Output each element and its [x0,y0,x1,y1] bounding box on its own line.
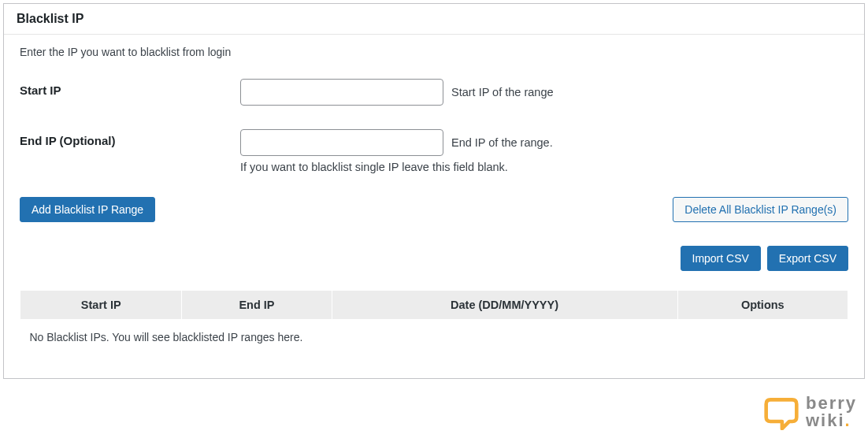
blacklist-ip-panel: Blacklist IP Enter the IP you want to bl… [3,3,865,379]
end-ip-sub-hint: If you want to blacklist single IP leave… [240,161,848,173]
panel-body: Enter the IP you want to blacklist from … [4,35,864,378]
delete-all-button[interactable]: Delete All Blacklist IP Range(s) [673,197,848,222]
end-ip-input[interactable] [240,129,443,156]
col-options: Options [677,291,848,320]
table-header-row: Start IP End IP Date (DD/MM/YYYY) Option… [20,291,848,320]
start-ip-field-wrapper: Start IP of the range [240,79,848,106]
panel-title: Blacklist IP [17,12,851,26]
end-ip-hint: End IP of the range. [451,136,553,149]
export-csv-button[interactable]: Export CSV [767,246,848,271]
start-ip-input[interactable] [240,79,443,106]
add-blacklist-button[interactable]: Add Blacklist IP Range [20,197,155,222]
end-ip-field-wrapper: End IP of the range. If you want to blac… [240,129,848,173]
table-empty-row: No Blacklist IPs. You will see blacklist… [20,320,848,355]
col-date: Date (DD/MM/YYYY) [332,291,677,320]
col-start-ip: Start IP [20,291,182,320]
blacklist-table: Start IP End IP Date (DD/MM/YYYY) Option… [20,290,848,354]
panel-header: Blacklist IP [4,4,864,35]
end-ip-row: End IP (Optional) End IP of the range. I… [20,129,848,173]
action-button-row: Add Blacklist IP Range Delete All Blackl… [20,197,848,222]
start-ip-row: Start IP Start IP of the range [20,79,848,106]
csv-button-row: Import CSV Export CSV [20,246,848,271]
table-empty-message: No Blacklist IPs. You will see blacklist… [20,320,848,355]
col-end-ip: End IP [182,291,332,320]
panel-description: Enter the IP you want to blacklist from … [20,46,848,58]
start-ip-label: Start IP [20,79,240,97]
end-ip-label: End IP (Optional) [20,129,240,147]
start-ip-hint: Start IP of the range [451,86,554,98]
import-csv-button[interactable]: Import CSV [681,246,761,271]
